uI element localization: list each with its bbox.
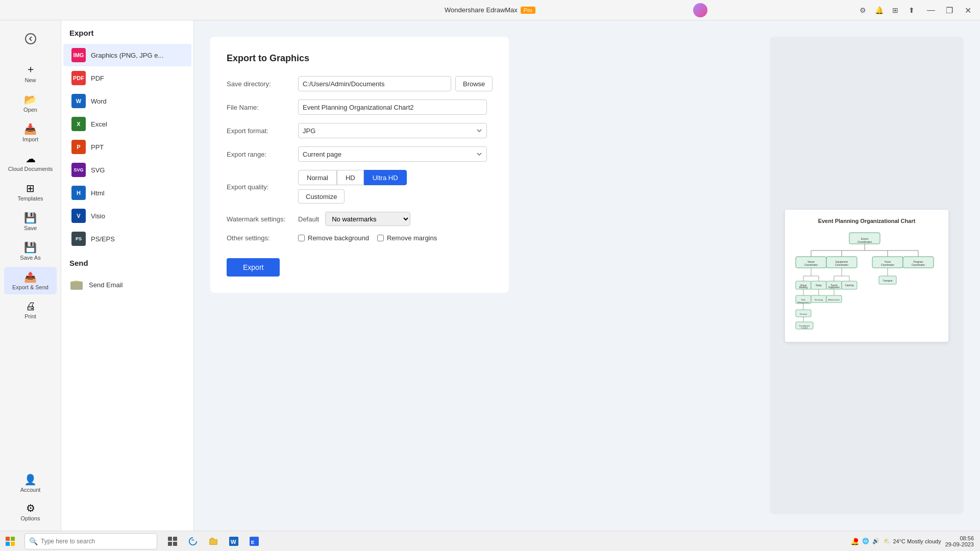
svg-item-label: SVG xyxy=(91,166,105,174)
export-format-row: Export format: JPG PNG BMP TIFF SVG xyxy=(227,123,493,138)
export-range-select[interactable]: Current page All pages Selected pages xyxy=(298,146,487,162)
export-item-excel[interactable]: X Excel xyxy=(63,113,191,135)
settings-icon[interactable]: ⚙ xyxy=(855,3,870,17)
export-format-select[interactable]: JPG PNG BMP TIFF SVG xyxy=(298,123,487,138)
svg-text:Setup: Setup xyxy=(816,284,822,287)
sidebar-item-save-as[interactable]: 💾 Save As xyxy=(4,237,57,265)
taskbar-search-box[interactable]: 🔍 xyxy=(24,533,157,549)
excel-item-label: Excel xyxy=(91,120,107,128)
restore-button[interactable]: ❐ xyxy=(942,3,957,17)
minimize-button[interactable]: — xyxy=(924,3,938,17)
export-item-pdf[interactable]: PDF PDF xyxy=(63,67,191,89)
taskview-app[interactable] xyxy=(163,532,182,550)
volume-icon[interactable]: 🔊 xyxy=(872,538,879,544)
sidebar-item-save-label: Save xyxy=(24,225,37,231)
svg-text:Coordinator: Coordinator xyxy=(881,263,894,266)
sidebar-item-new[interactable]: ＋ New xyxy=(4,58,57,87)
options-icon: ⚙ xyxy=(26,502,35,514)
graphics-file-icon: IMG xyxy=(71,48,86,62)
visio-file-icon: V xyxy=(71,209,86,223)
sidebar-item-account-label: Account xyxy=(20,487,41,493)
file-name-input[interactable] xyxy=(298,99,487,115)
explorer-app[interactable] xyxy=(204,532,223,550)
export-item-svg[interactable]: SVG SVG xyxy=(63,159,191,181)
remove-margins-input[interactable] xyxy=(377,235,384,241)
visio-item-label: Visio xyxy=(91,212,105,220)
svg-text:Transport: Transport xyxy=(883,280,893,282)
save-directory-row: Save directory: Browse xyxy=(227,76,493,91)
customize-button[interactable]: Customize xyxy=(298,189,345,204)
quality-ultrahd-button[interactable]: Ultra HD xyxy=(364,170,407,185)
svg-text:Coordinator: Coordinator xyxy=(912,263,925,266)
export-range-control: Current page All pages Selected pages xyxy=(298,146,493,162)
titlebar-icons: ⚙ 🔔 ⊞ ⬆ xyxy=(855,0,919,20)
sidebar-item-templates[interactable]: ⊞ Templates xyxy=(4,178,57,206)
browse-button[interactable]: Browse xyxy=(455,76,493,91)
watermark-select[interactable]: No watermarks EdrawMax Watermark xyxy=(325,212,410,226)
svg-file-icon: SVG xyxy=(71,163,86,177)
taskbar-search-input[interactable] xyxy=(41,538,153,545)
sidebar-item-options[interactable]: ⚙ Options xyxy=(4,498,57,525)
save-directory-control: Browse xyxy=(298,76,493,91)
back-button[interactable] xyxy=(20,29,41,49)
save-as-icon: 💾 xyxy=(24,241,37,254)
export-range-row: Export range: Current page All pages Sel… xyxy=(227,146,493,162)
start-button[interactable] xyxy=(0,531,20,552)
svg-rect-1 xyxy=(70,282,83,290)
notification-badge[interactable]: 🔔 xyxy=(850,537,859,545)
export-item-word[interactable]: W Word xyxy=(63,90,191,112)
ppt-item-label: PPT xyxy=(91,143,104,151)
svg-text:W: W xyxy=(231,538,237,544)
export-item-pseps[interactable]: PS PS/EPS xyxy=(63,228,191,250)
other-settings-label: Other settings: xyxy=(227,234,298,242)
export-item-visio[interactable]: V Visio xyxy=(63,205,191,227)
export-button[interactable]: Export xyxy=(227,258,280,277)
pro-badge: Pro xyxy=(521,7,535,14)
ppt-file-icon: P xyxy=(71,140,86,154)
sidebar-item-cloud[interactable]: ☁ Cloud Documents xyxy=(4,148,57,176)
watermark-label: Watermark settings: xyxy=(227,215,298,223)
network-icon[interactable]: 🌐 xyxy=(862,538,869,544)
chart-preview-panel: Event Planning Organizational Chart Even… xyxy=(770,37,964,514)
sidebar-item-options-label: Options xyxy=(21,515,40,521)
export-item-html[interactable]: H Html xyxy=(63,182,191,204)
svg-rect-63 xyxy=(11,537,15,541)
word-app[interactable]: W xyxy=(225,532,243,550)
sidebar-item-print[interactable]: 🖨 Print xyxy=(4,296,57,323)
clock-display[interactable]: 08:56 29-09-2023 xyxy=(945,535,974,547)
edge-app[interactable] xyxy=(184,532,202,550)
send-email-item[interactable]: Send Email xyxy=(61,273,193,296)
print-icon: 🖨 xyxy=(26,300,36,312)
bell-icon[interactable]: 🔔 xyxy=(872,3,886,17)
remove-background-label: Remove background xyxy=(308,234,369,242)
close-button[interactable]: ✕ xyxy=(961,3,975,17)
remove-background-input[interactable] xyxy=(298,235,305,241)
sidebar-item-import[interactable]: 📥 Import xyxy=(4,119,57,146)
export-item-graphics[interactable]: IMG Graphics (PNG, JPG e... xyxy=(63,44,191,66)
html-file-icon: H xyxy=(71,186,86,200)
quality-hd-button[interactable]: HD xyxy=(337,170,364,185)
edrawmax-app[interactable]: E xyxy=(245,532,263,550)
save-directory-input[interactable] xyxy=(298,76,451,91)
remove-margins-checkbox[interactable]: Remove margins xyxy=(377,234,437,242)
new-icon: ＋ xyxy=(26,62,36,76)
export-item-ppt[interactable]: P PPT xyxy=(63,136,191,158)
window-controls: — ❐ ✕ xyxy=(924,0,975,20)
sidebar-item-export-send[interactable]: 📤 Export & Send xyxy=(4,267,57,294)
svg-text:Coordinator: Coordinator xyxy=(804,263,818,266)
upload-icon[interactable]: ⬆ xyxy=(904,3,919,17)
svg-rect-69 xyxy=(173,542,177,546)
account-icon: 👤 xyxy=(24,473,37,486)
excel-file-icon: X xyxy=(71,117,86,131)
file-name-control xyxy=(298,99,493,115)
remove-background-checkbox[interactable]: Remove background xyxy=(298,234,369,242)
sidebar-item-account[interactable]: 👤 Account xyxy=(4,469,57,497)
quality-normal-button[interactable]: Normal xyxy=(298,170,337,185)
sidebar-item-open[interactable]: 📂 Open xyxy=(4,89,57,117)
grid-icon[interactable]: ⊞ xyxy=(888,3,902,17)
sidebar-item-import-label: Import xyxy=(22,136,38,142)
other-settings-row: Other settings: Remove background Remove… xyxy=(227,234,493,242)
sidebar-item-cloud-label: Cloud Documents xyxy=(8,166,53,172)
import-icon: 📥 xyxy=(24,123,37,135)
sidebar-item-save[interactable]: 💾 Save xyxy=(4,208,57,235)
